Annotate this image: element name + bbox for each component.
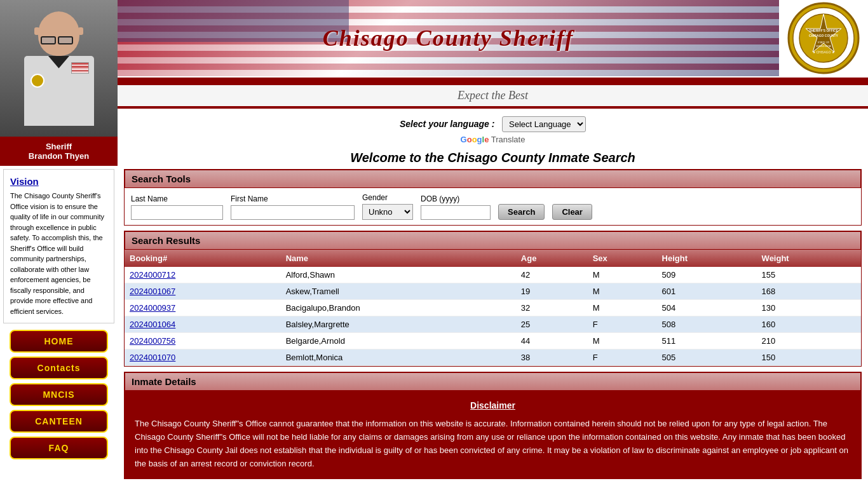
header-red-bar (118, 78, 868, 85)
details-box: Inmate Details Disclaimer The Chisago Co… (124, 372, 862, 479)
nav-btn-home[interactable]: HOME (10, 330, 108, 353)
search-form: Last Name First Name Gender UnknoMaleFem… (125, 188, 861, 225)
results-table: Booking#NameAgeSexHeightWeight 202400071… (125, 250, 861, 366)
lastname-field: Last Name (131, 194, 223, 220)
nav-btn-faq[interactable]: FAQ (10, 437, 108, 459)
lang-select[interactable]: Select LanguageAfrikaansSpanishFrenchGer… (502, 116, 586, 132)
svg-text:MINNESOTA: MINNESOTA (816, 44, 831, 48)
sheriff-fullname: Brandon Thyen (3, 151, 115, 161)
svg-text:SHERIFF'S OFFICE: SHERIFF'S OFFICE (809, 29, 838, 32)
vision-text: The Chisago County Sheriff's Office visi… (10, 191, 107, 316)
search-button[interactable]: Search (498, 204, 545, 220)
dob-field: DOB (yyyy) (421, 194, 491, 220)
header-flag: Chisago County Sheriff (118, 0, 779, 76)
nav-buttons: HOMEContactsMNCISCANTEENFAQ (0, 330, 118, 459)
svg-text:CHISAGO COUNTY: CHISAGO COUNTY (809, 34, 839, 37)
badge-area: SHERIFF'S OFFICE CHISAGO COUNTY STATE OF… (779, 0, 868, 76)
firstname-field: First Name (231, 194, 355, 220)
results-box: Search Results Booking#NameAgeSexHeightW… (124, 231, 862, 367)
col-booking#: Booking# (125, 250, 281, 267)
table-row: 2024000937Bacigalupo,Brandon32M504130 (125, 300, 861, 316)
col-height: Height (657, 250, 757, 267)
nav-btn-canteen[interactable]: CANTEEN (10, 410, 108, 433)
gender-label: Gender (362, 193, 413, 202)
svg-text:STATE OF: STATE OF (818, 41, 831, 44)
details-header: Inmate Details (125, 372, 861, 391)
header-title: Chisago County Sheriff (323, 25, 574, 51)
svg-text:★ CHISAGO ★: ★ CHISAGO ★ (813, 50, 835, 54)
sheriff-name-box: Sheriff Brandon Thyen (0, 137, 118, 166)
translate-label: Translate (491, 135, 526, 144)
sheriff-title: Sheriff (3, 142, 115, 151)
disclaimer-text: The Chisago County Sheriff"s Office cann… (135, 419, 848, 468)
gender-field: Gender UnknoMaleFemale (362, 193, 413, 220)
booking-link[interactable]: 2024001070 (130, 353, 175, 362)
lastname-input[interactable] (131, 205, 223, 220)
booking-link[interactable]: 2024000937 (130, 303, 175, 313)
header-subtitle: Expect the Best (458, 89, 528, 102)
col-sex: Sex (588, 250, 657, 267)
disclaimer-title: Disclaimer (135, 398, 851, 412)
results-header-row: Booking#NameAgeSexHeightWeight (125, 250, 861, 267)
firstname-input[interactable] (231, 205, 355, 220)
table-row: 2024001064Balsley,Margrette25F508160 (125, 316, 861, 333)
header: Chisago County Sheriff SHERIFF'S OFFICE … (118, 0, 868, 109)
lang-area: Select your language : Select LanguageAf… (118, 109, 868, 135)
gender-select[interactable]: UnknoMaleFemale (362, 204, 413, 220)
booking-link[interactable]: 2024000712 (130, 270, 175, 280)
col-age: Age (516, 250, 588, 267)
table-row: 2024001070Bemlott,Monica38F505150 (125, 349, 861, 366)
disclaimer: Disclaimer The Chisago County Sheriff"s … (125, 391, 861, 478)
search-tools-box: Search Tools Last Name First Name Gender… (124, 169, 862, 226)
booking-link[interactable]: 2024001067 (130, 287, 175, 296)
nav-btn-mncis[interactable]: MNCIS (10, 383, 108, 406)
lastname-label: Last Name (131, 194, 223, 203)
sheriff-badge-icon: SHERIFF'S OFFICE CHISAGO COUNTY STATE OF… (785, 0, 862, 76)
results-header: Search Results (125, 231, 861, 250)
table-row: 2024001067Askew,Tramell19M601168 (125, 283, 861, 300)
lang-label: Select your language : (400, 119, 494, 129)
nav-btn-contacts[interactable]: Contacts (10, 356, 108, 379)
dob-input[interactable] (421, 205, 491, 220)
google-translate-bar: Google Translate (118, 135, 868, 147)
search-tools-header: Search Tools (125, 170, 861, 188)
vision-box: Vision The Chisago County Sheriff's Offi… (3, 169, 114, 323)
vision-title: Vision (10, 176, 107, 187)
col-weight: Weight (757, 250, 861, 267)
table-row: 2024000756Belgarde,Arnold44M511210 (125, 333, 861, 349)
col-name: Name (281, 250, 516, 267)
results-tbody: 2024000712Alford,Shawn42M509155202400106… (125, 267, 861, 366)
booking-link[interactable]: 2024000756 (130, 336, 175, 346)
sheriff-photo (0, 0, 118, 137)
dob-label: DOB (yyyy) (421, 194, 491, 203)
booking-link[interactable]: 2024001064 (130, 320, 175, 329)
firstname-label: First Name (231, 194, 355, 203)
table-row: 2024000712Alford,Shawn42M509155 (125, 267, 861, 283)
page-title: Welcome to the Chisago County Inmate Sea… (118, 147, 868, 169)
clear-button[interactable]: Clear (552, 204, 592, 220)
